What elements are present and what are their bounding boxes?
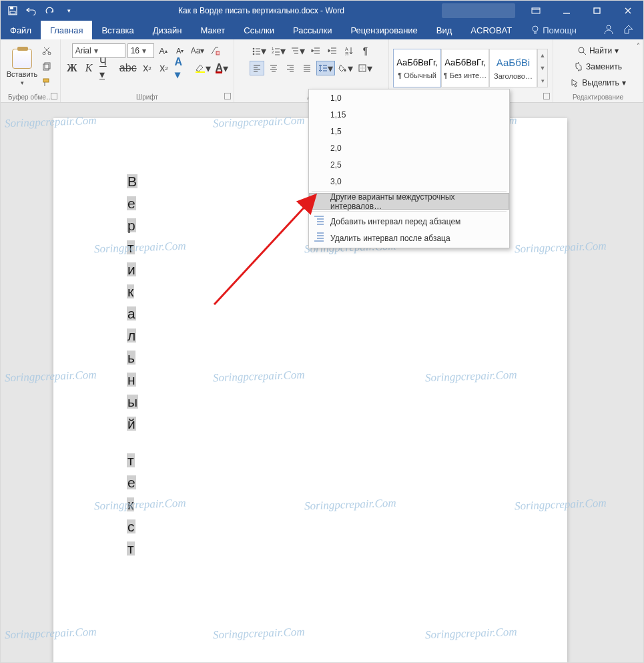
tab-mailings[interactable]: Рассылки: [284, 21, 341, 39]
clear-formatting-icon[interactable]: [208, 43, 222, 58]
style-name: ¶ Без инте…: [444, 71, 487, 79]
tab-insert[interactable]: Вставка: [92, 21, 143, 39]
svg-point-5: [533, 26, 538, 31]
cursor-icon: [570, 78, 579, 87]
shading-icon[interactable]: ▾: [337, 61, 354, 75]
account-info[interactable]: [442, 3, 515, 18]
save-icon[interactable]: [6, 4, 19, 17]
tab-review[interactable]: Рецензирование: [341, 21, 426, 39]
align-left-icon[interactable]: [250, 61, 264, 75]
tab-acrobat[interactable]: ACROBAT: [461, 21, 521, 39]
account-icon[interactable]: [603, 24, 614, 37]
highlight-icon[interactable]: ▾: [194, 61, 212, 75]
replace-icon: [574, 62, 583, 71]
tab-references[interactable]: Ссылки: [234, 21, 284, 39]
find-label: Найти: [589, 46, 612, 55]
ribbon-options-icon[interactable]: [521, 1, 551, 21]
copy-icon[interactable]: [39, 59, 54, 73]
font-name-value: Arial: [75, 46, 91, 55]
change-case-icon[interactable]: Aa▾: [190, 43, 206, 58]
styles-gallery-nav[interactable]: ▲▼▾: [537, 49, 548, 87]
ls-more-options[interactable]: Другие варианты междустрочных интервалов…: [309, 193, 509, 210]
subscript-icon[interactable]: x2: [140, 61, 155, 75]
align-right-icon[interactable]: [283, 61, 298, 75]
redo-icon[interactable]: [43, 4, 57, 17]
grow-font-icon[interactable]: A▴: [156, 43, 171, 58]
align-center-icon[interactable]: [266, 61, 281, 75]
clipboard-dialog-launcher[interactable]: [51, 93, 57, 99]
justify-icon[interactable]: [300, 61, 314, 75]
decrease-indent-icon[interactable]: [308, 43, 323, 58]
tab-view[interactable]: Вид: [427, 21, 462, 39]
style-name: ¶ Обычный: [398, 71, 436, 79]
ls-option[interactable]: 1,5: [309, 123, 509, 140]
italic-icon[interactable]: К: [81, 61, 96, 75]
style-preview: АаБбВвГг,: [396, 57, 437, 67]
format-painter-icon[interactable]: [39, 75, 54, 89]
svg-rect-4: [594, 8, 600, 13]
bullets-icon[interactable]: ▾: [250, 43, 268, 58]
bold-icon[interactable]: Ж: [65, 61, 79, 75]
font-color-icon[interactable]: A ▾: [214, 61, 230, 75]
text-effects-icon[interactable]: A ▾: [174, 61, 192, 75]
font-name-combo[interactable]: Arial▾: [72, 43, 125, 58]
style-nospacing[interactable]: АаБбВвГг, ¶ Без инте…: [441, 49, 489, 87]
close-icon[interactable]: [613, 1, 643, 21]
menu-separator: [312, 211, 507, 212]
search-icon: [577, 46, 587, 55]
group-label-editing: Редактирование: [553, 93, 643, 101]
tab-home[interactable]: Главная: [41, 21, 92, 39]
ribbon-tabs: Файл Главная Вставка Дизайн Макет Ссылки…: [1, 21, 643, 39]
tab-file[interactable]: Файл: [1, 21, 41, 39]
vertical-text[interactable]: Вертикальныйтекст: [127, 174, 138, 564]
style-preview: АаБбВі: [497, 57, 530, 68]
ls-option[interactable]: 1,15: [309, 106, 509, 123]
sort-icon[interactable]: AЯ: [342, 43, 356, 58]
superscript-icon[interactable]: x2: [157, 61, 172, 75]
style-normal[interactable]: АаБбВвГг, ¶ Обычный: [393, 49, 441, 87]
tab-layout[interactable]: Макет: [191, 21, 234, 39]
increase-indent-icon[interactable]: [325, 43, 340, 58]
group-label-font: Шрифт: [61, 93, 234, 101]
line-spacing-icon[interactable]: ▾: [316, 61, 335, 75]
svg-point-16: [252, 53, 254, 55]
titlebar: ▾ Как в Ворде писать вертикально.docx - …: [1, 1, 643, 21]
ls-remove-space-after[interactable]: Удалить интервал после абзаца: [309, 230, 509, 246]
strikethrough-icon[interactable]: abc: [118, 61, 138, 75]
paste-button[interactable]: Вставить ▾: [5, 46, 39, 86]
font-size-combo[interactable]: 16▾: [127, 43, 154, 58]
svg-rect-13: [196, 71, 205, 73]
numbering-icon[interactable]: 12▾: [270, 43, 287, 58]
tab-design[interactable]: Дизайн: [143, 21, 192, 39]
ls-option[interactable]: 1,0: [309, 89, 509, 106]
svg-rect-2: [10, 11, 15, 14]
cut-icon[interactable]: [39, 43, 54, 57]
ls-option[interactable]: 3,0: [309, 173, 509, 190]
svg-point-22: [579, 47, 584, 53]
undo-icon[interactable]: [25, 4, 38, 17]
select-button[interactable]: Выделить ▾: [570, 75, 625, 90]
minimize-icon[interactable]: [551, 1, 582, 21]
style-heading1[interactable]: АаБбВі Заголово…: [489, 49, 537, 87]
replace-button[interactable]: Заменить: [574, 59, 622, 74]
tell-me[interactable]: Помощн: [521, 21, 577, 39]
svg-rect-9: [43, 64, 49, 70]
ls-add-space-before[interactable]: Добавить интервал перед абзацем: [309, 213, 509, 230]
share-icon[interactable]: [623, 24, 634, 37]
underline-icon[interactable]: Ч ▾: [98, 61, 116, 75]
styles-dialog-launcher[interactable]: [543, 93, 550, 99]
multilevel-list-icon[interactable]: ▾: [289, 43, 306, 58]
font-dialog-launcher[interactable]: [224, 93, 231, 99]
svg-rect-11: [43, 79, 49, 82]
qat-customize-icon[interactable]: ▾: [62, 4, 75, 17]
maximize-icon[interactable]: [582, 1, 613, 21]
svg-point-6: [607, 25, 611, 29]
lightbulb-icon: [531, 25, 540, 35]
collapse-ribbon-icon[interactable]: ˄: [637, 42, 640, 49]
ls-option[interactable]: 2,5: [309, 156, 509, 173]
find-button[interactable]: Найти ▾: [577, 43, 619, 58]
borders-icon[interactable]: ▾: [356, 61, 374, 75]
show-marks-icon[interactable]: ¶: [358, 43, 373, 58]
svg-point-15: [252, 51, 254, 53]
ls-option[interactable]: 2,0: [309, 140, 509, 156]
